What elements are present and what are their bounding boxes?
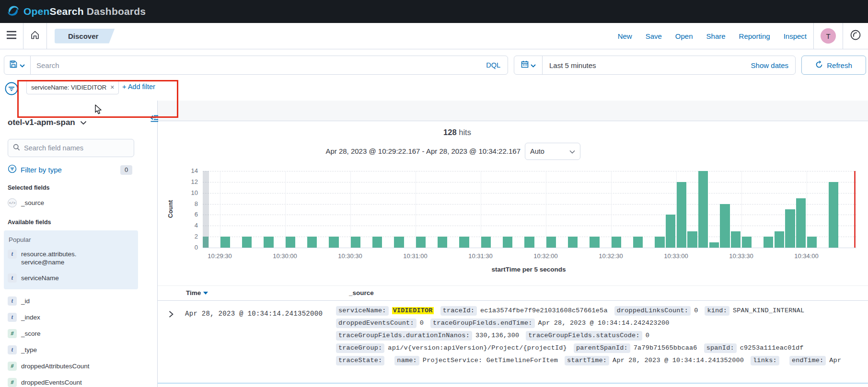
show-dates-button[interactable]: Show dates <box>751 61 795 69</box>
number-field-icon: # <box>8 362 17 371</box>
field-item-resource.attributes.service@name[interactable]: tresource.attributes.service@name <box>8 250 134 266</box>
opensearch-logo[interactable]: OpenSearchDashboards <box>7 4 146 19</box>
x-tick: 10:30:30 <box>329 252 372 260</box>
histogram-bar-10:29:30[interactable] <box>220 237 231 248</box>
nav-link-open[interactable]: Open <box>675 32 693 40</box>
refresh-label: Refresh <box>827 61 852 69</box>
nav-link-share[interactable]: Share <box>706 32 726 40</box>
nav-link-new[interactable]: New <box>618 32 632 40</box>
nav-link-save[interactable]: Save <box>646 32 662 40</box>
histogram-bar-10:30:00[interactable] <box>286 237 296 248</box>
filter-menu-icon[interactable] <box>4 81 19 98</box>
histogram-bar-10:31:50[interactable] <box>524 237 534 248</box>
filter-by-type[interactable]: Filter by type 0 <box>8 164 134 175</box>
histogram-bar-10:32:55[interactable] <box>666 215 676 248</box>
x-tick: 10:33:30 <box>720 252 763 260</box>
menu-button[interactable] <box>0 23 23 49</box>
add-filter-button[interactable]: + Add filter <box>122 83 155 91</box>
histogram-bar-10:33:40[interactable] <box>764 237 774 248</box>
histogram-bar-10:32:30[interactable] <box>612 237 622 248</box>
query-input[interactable]: Search DQL <box>4 56 508 75</box>
histogram-bar-10:33:20[interactable] <box>720 204 730 248</box>
source-field-value: 330,136,300 <box>475 332 519 339</box>
histogram-bar-10:29:50[interactable] <box>264 237 274 248</box>
filter-by-type-label: Filter by type <box>21 166 62 174</box>
y-gridline-4 <box>203 226 856 226</box>
histogram-bar-10:33:15[interactable] <box>709 242 719 248</box>
field-search-input[interactable]: Search field names <box>8 139 134 157</box>
refresh-button[interactable]: Refresh <box>801 56 866 75</box>
selected-fields-list: </>_source <box>8 198 134 207</box>
home-button[interactable] <box>23 23 46 49</box>
date-picker-menu[interactable] <box>514 56 543 74</box>
y-tick-14: 14 <box>179 167 198 175</box>
expand-row-icon[interactable] <box>168 310 174 320</box>
user-avatar[interactable]: T <box>821 28 836 44</box>
filter-pill-servicename[interactable]: serviceName: VIDIEDITOR × <box>26 80 119 94</box>
histogram-bar-10:30:20[interactable] <box>329 237 339 248</box>
saved-query-menu[interactable] <box>4 56 31 74</box>
histogram-bar-10:33:10[interactable] <box>698 171 708 248</box>
help-button[interactable] <box>843 23 868 49</box>
field-item-_source[interactable]: </>_source <box>8 198 134 207</box>
collapse-sidebar-button[interactable] <box>150 115 159 124</box>
field-item-_score[interactable]: #_score <box>8 329 134 338</box>
index-pattern-selector[interactable]: otel-v1-apm-span <box>8 118 134 127</box>
histogram-bar-10:33:30[interactable] <box>742 237 752 248</box>
x-tick: 10:30:00 <box>264 252 307 260</box>
nav-right: NewSaveOpenShareReportingInspect T <box>611 23 868 49</box>
histogram-bar-10:32:50[interactable] <box>655 237 665 248</box>
help-logo-icon <box>850 29 861 43</box>
histogram-bar-10:30:40[interactable] <box>372 237 382 248</box>
time-column-label: Time <box>186 289 201 296</box>
nav-link-reporting[interactable]: Reporting <box>739 32 770 40</box>
histogram-bar-10:34:00[interactable] <box>807 237 817 248</box>
date-picker[interactable]: Last 5 minutes Show dates <box>514 56 796 75</box>
histogram-bar-10:33:05[interactable] <box>687 231 697 248</box>
field-name: _type <box>21 345 37 354</box>
sort-desc-icon <box>203 292 208 295</box>
histogram-bar-10:32:10[interactable] <box>568 237 578 248</box>
nav-left: Discover <box>0 23 122 49</box>
field-name: _index <box>21 313 40 321</box>
histogram-bar-10:30:10[interactable] <box>307 237 317 248</box>
histogram-bar-10:30:50[interactable] <box>394 237 404 248</box>
histogram-bar-10:33:45[interactable] <box>775 231 785 248</box>
column-header-time[interactable]: Time <box>186 289 208 296</box>
search-input[interactable]: Search <box>31 61 479 69</box>
field-item-serviceName[interactable]: tserviceName <box>8 273 134 283</box>
histogram-bar-10:33:50[interactable] <box>785 209 795 248</box>
field-item-_index[interactable]: t_index <box>8 313 134 322</box>
remove-filter-icon[interactable]: × <box>110 83 114 91</box>
histogram-bar-10:31:00[interactable] <box>416 237 426 248</box>
source-field-value: SPAN_KIND_INTERNAL <box>733 307 804 314</box>
nav-link-inspect[interactable]: Inspect <box>784 32 807 40</box>
histogram-bar-10:30:30[interactable] <box>351 237 361 248</box>
field-item-droppedEventsCount[interactable]: #droppedEventsCount <box>8 378 134 387</box>
source-field-key: parentSpanId: <box>574 343 630 353</box>
histogram-bar-10:32:20[interactable] <box>590 237 600 248</box>
histogram-bar-10:31:30[interactable] <box>481 237 491 248</box>
source-field-value: api/v{version:apiVersion}/Project/{proje… <box>388 344 567 352</box>
histogram-bar-10:34:10[interactable] <box>829 182 839 248</box>
field-item-_id[interactable]: t_id <box>8 296 134 306</box>
source-field-value: 0 <box>420 319 424 327</box>
time-range-value[interactable]: Last 5 minutes <box>543 61 751 69</box>
histogram-bar-10:33:55[interactable] <box>796 198 806 248</box>
histogram-bar-10:31:20[interactable] <box>459 237 469 248</box>
navbar: Discover NewSaveOpenShareReportingInspec… <box>0 23 868 49</box>
histogram-bar-10:29:40[interactable] <box>242 237 252 248</box>
histogram-bar-10:33:00[interactable] <box>677 182 687 248</box>
query-language-button[interactable]: DQL <box>479 61 508 69</box>
field-item-droppedAttributesCount[interactable]: #droppedAttributesCount <box>8 362 134 371</box>
breadcrumb-discover[interactable]: Discover <box>55 29 115 44</box>
histogram-bar-10:31:10[interactable] <box>438 237 448 248</box>
histogram-bar-10:33:25[interactable] <box>731 231 741 248</box>
histogram-bar-10:32:00[interactable] <box>546 237 556 248</box>
x-axis-title: startTime per 5 seconds <box>366 266 692 273</box>
source-line: serviceName:VIDIEDITORtraceId:ec1a3574fb… <box>336 305 866 317</box>
field-item-_type[interactable]: t_type <box>8 345 134 354</box>
histogram-bar-10:32:40[interactable] <box>633 237 643 248</box>
histogram-bar-10:31:40[interactable] <box>503 237 513 248</box>
calendar-icon <box>521 60 529 70</box>
